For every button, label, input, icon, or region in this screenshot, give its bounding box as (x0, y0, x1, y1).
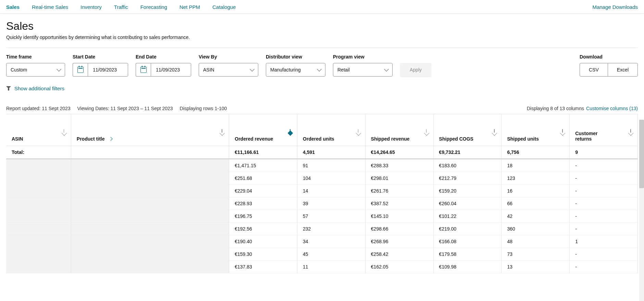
tab-inventory[interactable]: Inventory (80, 4, 102, 10)
total-ordered-units: 4,591 (297, 146, 366, 159)
cell-shipped-units: 18 (501, 159, 570, 172)
vertical-scrollbar[interactable] (639, 120, 644, 279)
cell-shipped-cogs: €166.08 (433, 235, 501, 248)
col-header-shipped-revenue[interactable]: Shipped revenue (365, 114, 433, 146)
cell-product-title (71, 235, 229, 248)
table-row[interactable]: €229.0414€261.76€159.2016- (6, 184, 638, 197)
view-by-label: View By (199, 54, 258, 60)
cell-shipped-revenue: €261.76 (365, 184, 433, 197)
program-view-select[interactable]: Retail (333, 63, 393, 77)
manage-downloads-link[interactable]: Manage Downloads (592, 4, 638, 10)
cell-ordered-units: 14 (297, 184, 366, 197)
start-date-input[interactable]: 11/09/2023 (88, 63, 128, 77)
customise-columns-link[interactable]: Customise columns (13) (586, 106, 638, 111)
col-header-shipped-units[interactable]: Shipped units (501, 114, 570, 146)
distributor-view-label: Distributor view (266, 54, 325, 60)
cell-product-title (71, 210, 229, 222)
col-header-ordered-units-label: Ordered units (303, 136, 334, 142)
col-header-ordered-revenue-label: Ordered revenue (235, 136, 273, 142)
scrollbar-thumb[interactable] (639, 120, 644, 188)
cell-shipped-units: 42 (501, 210, 570, 222)
cell-shipped-revenue: €145.10 (365, 210, 433, 222)
tab-realtime-sales[interactable]: Real-time Sales (32, 4, 68, 10)
cell-ordered-units: 45 (297, 248, 366, 260)
table-row[interactable]: €192.56232€298.66€219.00360- (6, 222, 638, 235)
tab-traffic[interactable]: Traffic (114, 4, 128, 10)
col-header-product-title[interactable]: Product title (71, 114, 229, 146)
table-row[interactable]: €196.7557€145.10€101.2242- (6, 210, 638, 222)
distributor-view-select[interactable]: Manufacturing (266, 63, 325, 77)
total-label: Total: (6, 146, 71, 159)
table-row[interactable]: €228.9339€387.52€260.0466- (6, 197, 638, 210)
cell-product-title (71, 222, 229, 235)
apply-button[interactable]: Apply (400, 63, 431, 77)
cell-shipped-cogs: €159.20 (433, 184, 501, 197)
tab-sales[interactable]: Sales (6, 4, 20, 10)
cell-asin (6, 222, 71, 235)
col-header-shipped-units-label: Shipped units (507, 136, 539, 142)
cell-shipped-units: 16 (501, 184, 570, 197)
cell-ordered-units: 91 (297, 159, 366, 172)
chevron-down-icon (250, 67, 255, 71)
table-row[interactable]: €137.8311€162.05€109.9813- (6, 260, 638, 273)
time-frame-label: Time frame (6, 54, 65, 60)
table-meta-row: Report updated: 11 Sept 2023 Viewing Dat… (6, 106, 638, 111)
chevron-down-icon (384, 67, 389, 71)
start-date-calendar-button[interactable] (73, 63, 88, 77)
time-frame-select[interactable]: Custom (6, 63, 65, 77)
page-title: Sales (6, 20, 638, 32)
table-row[interactable]: €251.68104€298.01€212.79123- (6, 172, 638, 184)
page-subtitle: Quickly identify opportunities by determ… (6, 35, 638, 40)
cell-product-title (71, 260, 229, 273)
cell-customer-returns: - (570, 210, 638, 222)
table-row[interactable]: €159.3045€258.42€179.5873- (6, 248, 638, 260)
cell-ordered-revenue: €1,471.15 (229, 159, 297, 172)
cell-shipped-units: 66 (501, 197, 570, 210)
show-additional-filters[interactable]: Show additional filters (6, 86, 638, 91)
col-header-shipped-cogs[interactable]: Shipped COGS (433, 114, 501, 146)
cell-shipped-units: 73 (501, 248, 570, 260)
col-header-ordered-units[interactable]: Ordered units (297, 114, 366, 146)
start-date-label: Start Date (73, 54, 128, 60)
cell-customer-returns: - (570, 222, 638, 235)
cell-asin (6, 159, 71, 172)
sort-icon (356, 129, 360, 133)
col-header-asin[interactable]: ASIN (6, 114, 71, 146)
tab-net-ppm[interactable]: Net PPM (179, 4, 200, 10)
col-header-shipped-revenue-label: Shipped revenue (371, 136, 410, 142)
cell-asin (6, 235, 71, 248)
download-excel-button[interactable]: Excel (608, 63, 638, 77)
end-date-calendar-button[interactable] (136, 63, 151, 77)
cell-asin (6, 197, 71, 210)
displaying-columns: Displaying 8 of 13 columns (527, 106, 584, 111)
table-row[interactable]: €190.4034€268.96€166.08481 (6, 235, 638, 248)
cell-ordered-units: 39 (297, 197, 366, 210)
cell-ordered-units: 104 (297, 172, 366, 184)
show-additional-filters-label: Show additional filters (14, 86, 64, 91)
distributor-view-value: Manufacturing (270, 67, 301, 73)
cell-ordered-revenue: €192.56 (229, 222, 297, 235)
view-by-select[interactable]: ASIN (199, 63, 258, 77)
cell-shipped-cogs: €101.22 (433, 210, 501, 222)
tab-catalogue[interactable]: Catalogue (212, 4, 236, 10)
cell-shipped-revenue: €258.42 (365, 248, 433, 260)
sort-icon (62, 129, 66, 133)
cell-customer-returns: - (570, 159, 638, 172)
end-date-input[interactable]: 11/09/2023 (151, 63, 191, 77)
col-header-ordered-revenue[interactable]: Ordered revenue (229, 114, 297, 146)
tab-forecasting[interactable]: Forecasting (140, 4, 167, 10)
total-shipped-units: 6,756 (501, 146, 570, 159)
cell-customer-returns: - (570, 197, 638, 210)
filter-icon (6, 86, 11, 91)
total-customer-returns: 9 (570, 146, 638, 159)
table-row[interactable]: €1,471.1591€288.33€183.6018- (6, 159, 638, 172)
col-header-customer-returns[interactable]: Customer returns (570, 114, 638, 146)
cell-shipped-revenue: €162.05 (365, 260, 433, 273)
download-csv-button[interactable]: CSV (580, 63, 608, 77)
cell-shipped-units: 13 (501, 260, 570, 273)
cell-asin (6, 260, 71, 273)
col-header-shipped-cogs-label: Shipped COGS (439, 136, 473, 142)
time-frame-value: Custom (11, 67, 27, 73)
cell-ordered-revenue: €159.30 (229, 248, 297, 260)
cell-shipped-cogs: €212.79 (433, 172, 501, 184)
